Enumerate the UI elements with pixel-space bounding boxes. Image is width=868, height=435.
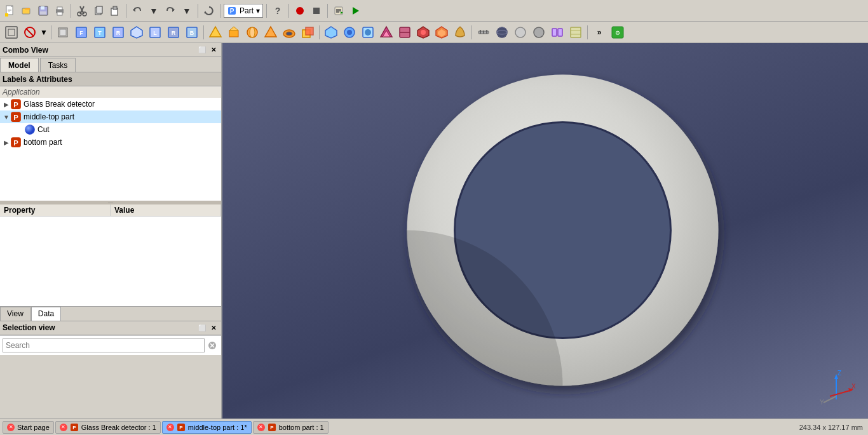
- tab-bottom-part-close[interactable]: ✕: [257, 424, 265, 431]
- redo-button[interactable]: [163, 3, 178, 18]
- paste-button[interactable]: [107, 3, 123, 18]
- undo-dropdown[interactable]: ▼: [146, 3, 161, 18]
- undo-button[interactable]: [130, 3, 145, 18]
- property-header: Property Value: [0, 204, 221, 217]
- svg-point-97: [25, 124, 35, 135]
- svg-rect-40: [60, 29, 66, 36]
- revolve-button[interactable]: [243, 23, 261, 41]
- view-bottom-button[interactable]: B: [183, 23, 201, 41]
- view-axo-button[interactable]: [128, 23, 146, 41]
- tree-arrow-bottom-part: ▶: [3, 139, 10, 146]
- tree-arrow-glass-break: ▶: [3, 101, 10, 108]
- status-dimensions: 243.34 x 127.17 mm: [799, 424, 868, 431]
- lights-button[interactable]: [512, 23, 529, 41]
- refresh-button[interactable]: [201, 3, 217, 18]
- status-bar: ✕ Start page ✕ P Glass Break detector : …: [0, 418, 868, 435]
- search-clear-button[interactable]: [206, 339, 219, 352]
- combo-restore-button[interactable]: ⬜: [197, 45, 207, 55]
- sketch-button[interactable]: [207, 23, 224, 41]
- part-tool-5[interactable]: [396, 23, 414, 41]
- view-home-button[interactable]: [54, 23, 72, 41]
- tab-glass-break-label: Glass Break detector : 1: [81, 424, 156, 431]
- open-button[interactable]: [19, 3, 34, 18]
- view-data-tabs: View Data: [0, 306, 221, 321]
- tab-bottom-part-doc[interactable]: ✕ P bottom part : 1: [253, 421, 329, 434]
- tab-view[interactable]: View: [0, 307, 31, 321]
- texture-button[interactable]: [567, 23, 585, 41]
- svg-rect-21: [113, 6, 117, 10]
- grid-toggle-button[interactable]: [493, 23, 511, 41]
- selection-restore-button[interactable]: ⬜: [197, 323, 207, 333]
- print-button[interactable]: [52, 3, 67, 18]
- tree-label-middle-top: middle-top part: [24, 112, 74, 121]
- no-select-dropdown[interactable]: ▼: [39, 23, 48, 41]
- part-tool-1[interactable]: [322, 23, 340, 41]
- run-macro-button[interactable]: [348, 3, 363, 18]
- torus-button[interactable]: [280, 23, 298, 41]
- combo-close-button[interactable]: ✕: [208, 45, 219, 55]
- measure-button[interactable]: [475, 23, 492, 41]
- settings-dropdown[interactable]: ⚙: [609, 23, 627, 41]
- tab-middle-top-close[interactable]: ✕: [166, 424, 174, 431]
- copy-button[interactable]: [91, 3, 106, 18]
- svg-point-74: [421, 30, 426, 35]
- tree-label-glass-break: Glass Break detector: [24, 100, 95, 109]
- svg-rect-28: [313, 8, 320, 14]
- view-front-button[interactable]: F: [72, 23, 90, 41]
- svg-point-66: [347, 30, 352, 35]
- more-button[interactable]: »: [590, 23, 608, 41]
- selection-view-header: Selection view ⬜ ✕: [0, 321, 221, 335]
- cone-button[interactable]: [262, 23, 280, 41]
- part-tool-2[interactable]: [341, 23, 358, 41]
- sep-tb2-1: [51, 25, 51, 39]
- document-tabs: ✕ Start page ✕ P Glass Break detector : …: [0, 421, 799, 434]
- part-tool-4[interactable]: [377, 23, 395, 41]
- tree-item-middle-top[interactable]: ▼ P middle-top part: [0, 110, 221, 123]
- macro-editor-button[interactable]: [331, 3, 346, 18]
- record-button[interactable]: [292, 3, 308, 18]
- new-button[interactable]: [3, 3, 18, 18]
- tab-start-page-close[interactable]: ✕: [7, 424, 15, 431]
- workbench-dropdown[interactable]: P Part ▾: [224, 4, 263, 18]
- tab-tasks[interactable]: Tasks: [40, 58, 76, 72]
- part-tool-8[interactable]: [451, 23, 469, 41]
- selection-view-label: Selection view: [3, 323, 55, 332]
- cut-button[interactable]: [74, 3, 90, 18]
- property-area: Property Value: [0, 204, 221, 306]
- model-tree[interactable]: Application ▶ P Glass Break detector ▼ P…: [0, 86, 221, 201]
- workbench-arrow: ▾: [256, 6, 260, 15]
- svg-point-85: [534, 27, 544, 37]
- boolean-cut-button[interactable]: [299, 23, 316, 41]
- tab-data[interactable]: Data: [31, 307, 61, 321]
- extrude-button[interactable]: [225, 23, 243, 41]
- zoom-all-button[interactable]: [3, 23, 20, 41]
- tree-item-cut[interactable]: Cut: [0, 123, 221, 136]
- tab-middle-top-doc[interactable]: ✕ P middle-top part : 1*: [162, 421, 252, 434]
- search-input[interactable]: [3, 338, 205, 352]
- help-button[interactable]: ?: [270, 3, 285, 18]
- clipping-button[interactable]: [530, 23, 548, 41]
- save-button[interactable]: [36, 3, 51, 18]
- sep-6: [288, 4, 289, 18]
- view-top-button[interactable]: T: [91, 23, 109, 41]
- tab-model[interactable]: Model: [0, 58, 39, 72]
- tab-start-page[interactable]: ✕ Start page: [3, 421, 54, 434]
- svg-rect-2: [8, 9, 11, 10]
- stop-button[interactable]: [309, 3, 324, 18]
- tab-glass-break-close[interactable]: ✕: [60, 424, 67, 431]
- no-select-button[interactable]: [21, 23, 39, 41]
- redo-dropdown[interactable]: ▼: [179, 3, 194, 18]
- part-tool-3[interactable]: [359, 23, 377, 41]
- view-right-button[interactable]: R: [109, 23, 127, 41]
- view-rear-button[interactable]: R: [165, 23, 182, 41]
- tab-glass-break-doc[interactable]: ✕ P Glass Break detector : 1: [55, 421, 161, 434]
- part-tool-7[interactable]: [433, 23, 451, 41]
- 3d-viewport[interactable]: Z X Y: [222, 43, 868, 418]
- view-left-button[interactable]: L: [146, 23, 164, 41]
- part-tool-6[interactable]: [414, 23, 432, 41]
- selection-close-button[interactable]: ✕: [208, 323, 219, 333]
- search-area: [0, 335, 221, 355]
- tree-item-bottom-part[interactable]: ▶ P bottom part: [0, 136, 221, 149]
- stereo-button[interactable]: [548, 23, 566, 41]
- tree-item-glass-break[interactable]: ▶ P Glass Break detector: [0, 98, 221, 110]
